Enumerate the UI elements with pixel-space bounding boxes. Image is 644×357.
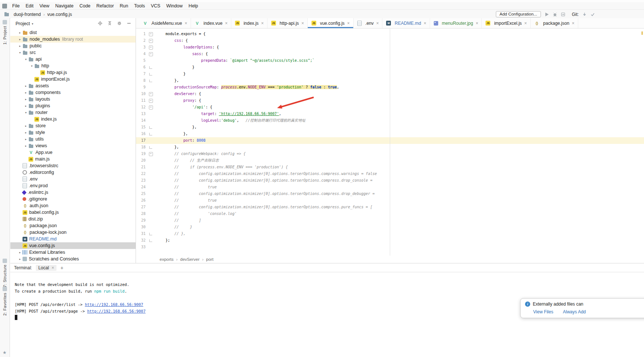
chevron-right-icon[interactable]: ▸ (24, 98, 28, 101)
close-icon[interactable]: × (424, 21, 426, 26)
chevron-right-icon[interactable]: ▸ (24, 91, 28, 94)
tree-row-babel-config-js[interactable]: babel.config.js (10, 209, 136, 216)
terminal-link[interactable]: http://192.168.66.56:9007 (87, 309, 146, 313)
profiler-button[interactable] (561, 12, 565, 17)
fold-marker[interactable] (146, 80, 156, 82)
chevron-down-icon[interactable]: ▾ (32, 22, 33, 26)
tree-row-auth-json[interactable]: auth.json (10, 202, 136, 209)
notification-link-view-files[interactable]: View Files (533, 309, 553, 314)
fold-marker[interactable] (146, 73, 156, 75)
chevron-right-icon[interactable]: ▸ (18, 44, 22, 48)
fold-marker[interactable] (146, 99, 156, 103)
project-panel-title[interactable]: Project (16, 21, 30, 26)
tree-row-components[interactable]: ▸components (10, 89, 136, 96)
tree-row-env[interactable]: .env (10, 176, 136, 182)
menu-item-file[interactable]: File (9, 3, 23, 9)
tree-row-package-lock-json[interactable]: package-lock.json (10, 229, 136, 236)
breadcrumb-port[interactable]: port (206, 257, 214, 262)
tool-button-project[interactable]: 1: Project (0, 20, 10, 44)
fold-marker[interactable] (146, 92, 156, 96)
tree-row-assets[interactable]: ▸assets (10, 82, 136, 89)
fold-marker[interactable] (146, 52, 156, 56)
tab-http-api-js[interactable]: http-api.js× (268, 18, 308, 28)
close-icon[interactable]: × (572, 21, 575, 26)
tab-vue-config-js[interactable]: vue.config.js× (308, 18, 354, 28)
tab-index-js[interactable]: index.js× (231, 18, 268, 28)
menu-item-tools[interactable]: Tools (131, 3, 148, 9)
tree-row-utils[interactable]: ▸utils (10, 136, 136, 142)
close-icon[interactable]: × (301, 21, 304, 26)
chevron-down-icon[interactable]: ▾ (24, 58, 28, 61)
chevron-right-icon[interactable]: ▸ (24, 104, 28, 108)
breadcrumb-exports[interactable]: exports (160, 257, 174, 262)
close-icon[interactable]: × (524, 21, 527, 26)
code-editor[interactable]: 1module.exports = {2 css: {3 loaderOptio… (136, 28, 644, 256)
chevron-right-icon[interactable]: ▸ (18, 257, 22, 261)
fold-marker[interactable] (146, 66, 156, 69)
debug-button[interactable] (553, 12, 557, 17)
gear-icon[interactable] (117, 21, 122, 27)
tool-button-structure[interactable]: 7: Structure (0, 259, 10, 287)
tree-row-editorconfig[interactable]: .editorconfig (10, 169, 136, 176)
close-icon[interactable]: × (51, 265, 54, 270)
close-icon[interactable]: × (225, 21, 228, 26)
notification-link-always-add[interactable]: Always Add (563, 309, 586, 314)
chevron-down-icon[interactable]: ▾ (18, 51, 22, 54)
tree-row-dist-zip[interactable]: dist.zip (10, 216, 136, 222)
tree-row-http-api-js[interactable]: http-api.js (10, 69, 136, 76)
breadcrumb-project[interactable]: duoji-frontend (14, 12, 41, 17)
terminal-link[interactable]: http://192.168.66.56:9007 (85, 302, 143, 307)
tree-row-store[interactable]: ▸store (10, 122, 136, 129)
tab-env[interactable]: .env× (354, 18, 383, 28)
terminal-tab-local[interactable]: Local × (36, 265, 57, 271)
menu-item-window[interactable]: Window (163, 3, 185, 9)
tree-row-package-json[interactable]: package.json (10, 222, 136, 229)
tree-row-plugins[interactable]: ▸plugins (10, 102, 136, 109)
fold-marker[interactable] (146, 126, 156, 129)
fold-marker[interactable] (146, 32, 156, 36)
menu-item-help[interactable]: Help (185, 3, 201, 9)
tab-asidemenu-vue[interactable]: AsideMenu.vue× (139, 18, 191, 28)
tree-row-api[interactable]: ▾api (10, 56, 136, 63)
menu-item-refactor[interactable]: Refactor (93, 3, 117, 9)
tree-row-browserslistrc[interactable]: .browserslistrc (10, 162, 136, 169)
menu-item-view[interactable]: View (37, 3, 52, 9)
breadcrumb-devserver[interactable]: devServer (180, 257, 200, 262)
fold-marker[interactable] (146, 105, 156, 110)
hide-panel-icon[interactable] (127, 21, 131, 27)
menu-item-vcs[interactable]: VCS (148, 3, 163, 9)
tree-row-src[interactable]: ▾src (10, 49, 136, 56)
menu-item-run[interactable]: Run (117, 3, 131, 9)
add-configuration-button[interactable]: Add Configuration... (496, 11, 541, 17)
chevron-down-icon[interactable]: ▾ (30, 64, 34, 68)
fold-marker[interactable] (146, 39, 156, 43)
fold-marker[interactable] (146, 239, 156, 242)
close-icon[interactable]: × (261, 21, 264, 26)
menu-item-edit[interactable]: Edit (23, 3, 37, 9)
chevron-right-icon[interactable]: ▸ (24, 124, 28, 128)
fold-marker[interactable] (146, 133, 156, 135)
run-button[interactable] (545, 12, 549, 17)
tab-importexcel-js[interactable]: importExcel.js× (482, 18, 531, 28)
close-icon[interactable]: × (347, 21, 350, 26)
git-commit-button[interactable] (590, 12, 595, 17)
new-terminal-button[interactable]: + (60, 265, 63, 271)
menu-item-code[interactable]: Code (76, 3, 93, 9)
tree-row-router[interactable]: ▾router (10, 109, 136, 116)
chevron-right-icon[interactable]: ▸ (24, 131, 28, 134)
close-icon[interactable]: × (476, 21, 478, 26)
tab-index-vue[interactable]: index.vue× (191, 18, 231, 28)
tree-row-index-js[interactable]: index.js (10, 116, 136, 122)
chevron-right-icon[interactable]: ▸ (24, 138, 28, 141)
fold-marker[interactable] (146, 146, 156, 149)
chevron-right-icon[interactable]: ▸ (18, 38, 22, 41)
tree-row-node-modules[interactable]: ▸node_moduleslibrary root (10, 36, 136, 43)
tree-row-style[interactable]: ▸style (10, 129, 136, 136)
chevron-right-icon[interactable]: ▸ (18, 31, 22, 34)
tab-package-json[interactable]: package.json× (531, 18, 578, 28)
tree-row-eslintrc-js[interactable]: .eslintrc.js (10, 189, 136, 196)
close-icon[interactable]: × (376, 21, 379, 26)
favorites-star-icon[interactable]: ★ (3, 350, 7, 355)
chevron-right-icon[interactable]: ▸ (24, 144, 28, 148)
menu-item-navigate[interactable]: Navigate (52, 3, 76, 9)
